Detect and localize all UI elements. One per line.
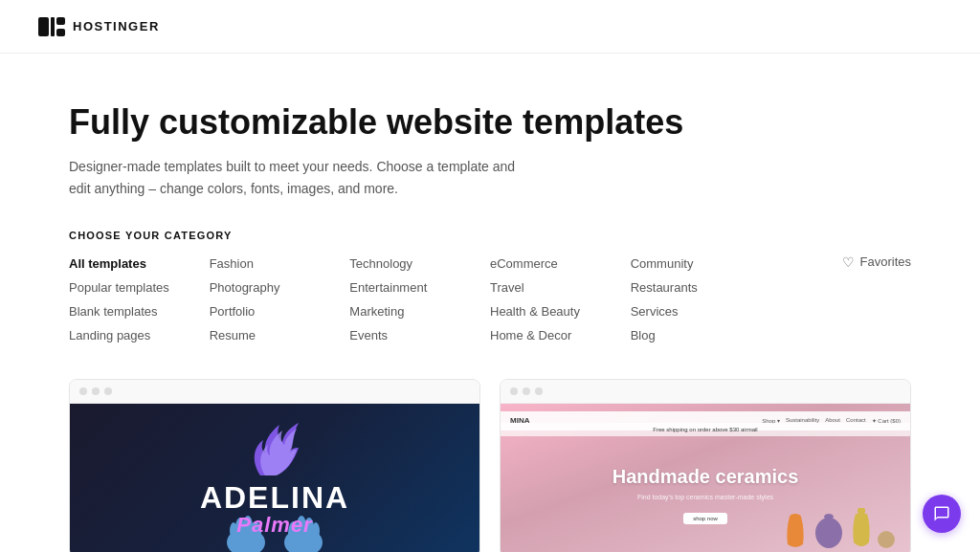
card1-text: ADELINA Palmer [200, 482, 349, 538]
header: HOSTINGER [0, 0, 980, 54]
card2-subtitle: Find today's top ceramics master-made st… [612, 494, 799, 500]
cat-entertainment[interactable]: Entertainment [349, 278, 490, 297]
dot-6 [535, 387, 543, 395]
dot-5 [523, 387, 530, 395]
dot-1 [79, 387, 87, 395]
favorites-button[interactable]: ♡ Favorites [842, 254, 911, 270]
ceramic-vase-2 [813, 509, 846, 549]
ceramic-vase-3 [850, 506, 873, 549]
category-col-favorites: ♡ Favorites [770, 254, 911, 344]
chat-icon [933, 505, 950, 522]
cat-blog[interactable]: Blog [631, 326, 771, 344]
cat-ecommerce[interactable]: eCommerce [490, 254, 631, 273]
category-col-5: Community Restaurants Services Blog [631, 254, 771, 344]
chat-bubble-button[interactable] [923, 495, 961, 533]
card-preview-ceramics: MINA Shop ▾ Sustainability About Contact… [501, 404, 910, 552]
favorites-label: Favorites [860, 254, 911, 269]
category-col-4: eCommerce Travel Health & Beauty Home & … [490, 254, 631, 344]
ceramic-ball [877, 530, 896, 549]
category-col-1: All templates Popular templates Blank te… [69, 254, 210, 344]
card2-title: Handmade ceramics [612, 465, 799, 488]
cat-health-beauty[interactable]: Health & Beauty [490, 302, 631, 320]
cat-photography[interactable]: Photography [210, 278, 350, 297]
cat-popular-templates[interactable]: Popular templates [69, 278, 210, 297]
category-col-3: Technology Entertainment Marketing Event… [349, 254, 490, 344]
cat-marketing[interactable]: Marketing [349, 302, 490, 320]
template-card-adelina[interactable]: ADELINA Palmer [69, 379, 480, 552]
cat-blank-templates[interactable]: Blank templates [69, 302, 210, 320]
cat-portfolio[interactable]: Portfolio [210, 302, 350, 320]
dot-2 [92, 387, 100, 395]
cat-fashion[interactable]: Fashion [210, 254, 350, 273]
cat-restaurants[interactable]: Restaurants [631, 278, 771, 297]
card-dots-2 [501, 380, 910, 404]
cat-landing-pages[interactable]: Landing pages [69, 326, 210, 344]
cat-technology[interactable]: Technology [349, 254, 490, 273]
svg-point-16 [815, 518, 842, 548]
main-content: Fully customizable website templates Des… [31, 54, 949, 552]
categories-grid: All templates Popular templates Blank te… [69, 254, 911, 344]
cat-community[interactable]: Community [631, 254, 771, 273]
cat-home-decor[interactable]: Home & Decor [490, 326, 631, 344]
flames-icon [236, 413, 313, 480]
card-preview-adelina: ADELINA Palmer [70, 404, 479, 552]
page-subtitle: Designer-made templates built to meet yo… [69, 156, 528, 199]
cat-events[interactable]: Events [349, 326, 490, 344]
page-title: Fully customizable website templates [69, 101, 911, 143]
card2-cta-button[interactable]: shop now [683, 513, 727, 524]
card2-objects [782, 506, 896, 549]
hostinger-logo-icon [38, 17, 65, 36]
dot-4 [510, 387, 518, 395]
dot-3 [104, 387, 112, 395]
logo-text: HOSTINGER [73, 19, 160, 33]
svg-rect-3 [56, 29, 65, 36]
cat-all-templates[interactable]: All templates [69, 254, 210, 273]
cat-services[interactable]: Services [631, 302, 771, 320]
card1-name: ADELINA [200, 482, 349, 513]
card1-subname: Palmer [200, 513, 349, 538]
svg-rect-17 [858, 508, 865, 514]
category-col-2: Fashion Photography Portfolio Resume [210, 254, 350, 344]
template-card-ceramics[interactable]: MINA Shop ▾ Sustainability About Contact… [500, 379, 911, 552]
ceramic-vase-1 [782, 511, 809, 549]
cat-travel[interactable]: Travel [490, 278, 631, 297]
card-dots-1 [70, 380, 479, 404]
svg-rect-1 [51, 17, 55, 36]
cat-resume[interactable]: Resume [210, 326, 350, 344]
svg-rect-2 [56, 17, 65, 25]
heart-icon: ♡ [842, 254, 855, 270]
svg-rect-0 [38, 17, 49, 36]
svg-point-18 [878, 531, 895, 548]
category-section-label: CHOOSE YOUR CATEGORY [69, 230, 911, 241]
card2-shipping-bar: Free shipping on order above $30 airmail [501, 423, 910, 436]
template-cards-row: ADELINA Palmer MINA Shop ▾ Sustainabilit… [69, 379, 911, 552]
logo[interactable]: HOSTINGER [38, 17, 160, 36]
